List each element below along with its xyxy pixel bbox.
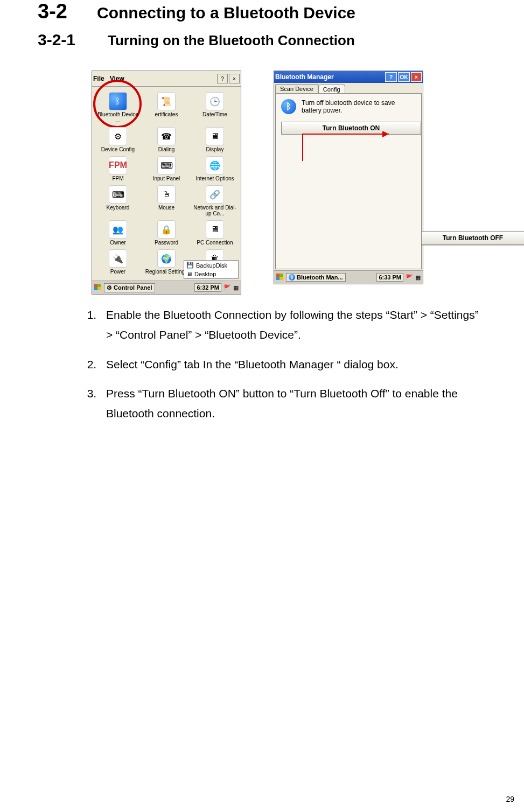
titlebar: Bluetooth Manager ? OK × <box>274 71 423 83</box>
item-device-config[interactable]: ⚙Device Config <box>95 127 141 153</box>
item-owner[interactable]: 👥Owner <box>95 220 141 246</box>
item-keyboard[interactable]: ⌨Keyboard <box>95 185 141 217</box>
control-panel-grid: ᛒBluetooth Device ... 📜ertificates 🕒Date… <box>92 87 241 281</box>
step-1: Enable the Bluetooth Connection by follo… <box>100 305 486 345</box>
taskbar-app-button[interactable]: ⚙Control Panel <box>104 283 155 292</box>
subsection-title: Turning on the Bluetooth Connection <box>108 32 355 49</box>
tab-strip: Scan Device Config <box>274 83 423 93</box>
dialing-icon: ☎ <box>157 127 176 145</box>
window-title: Bluetooth Manager <box>275 73 334 81</box>
password-icon: 🔒 <box>157 220 176 239</box>
device-config-icon: ⚙ <box>109 127 127 145</box>
taskbar: ᛒBluetooth Man... 6:33 PM 🚩 ▦ <box>274 270 423 284</box>
item-mouse[interactable]: 🖱Mouse <box>144 185 189 217</box>
tray-icon[interactable]: 🚩 <box>406 274 413 281</box>
item-regional[interactable]: 🌍Regional Settings <box>144 249 189 275</box>
tray-icon[interactable]: 🚩 <box>223 284 231 291</box>
power-icon: 🔌 <box>109 249 127 268</box>
popup-desktop[interactable]: 🖥Desktop <box>184 270 238 278</box>
sip-icon[interactable]: ▦ <box>415 274 421 281</box>
bluetooth-icon: ᛒ <box>289 274 295 281</box>
bluetooth-manager-window: Bluetooth Manager ? OK × Scan Device Con… <box>274 71 423 284</box>
item-display[interactable]: 🖥Display <box>192 127 237 153</box>
sip-icon[interactable]: ▦ <box>233 284 239 291</box>
bluetooth-icon: ᛒ <box>281 99 296 114</box>
datetime-icon: 🕒 <box>206 92 224 110</box>
item-password[interactable]: 🔒Password <box>144 220 189 246</box>
subsection-number: 3-2-1 <box>38 31 108 49</box>
fpm-icon: FPM <box>109 156 127 174</box>
item-bluetooth-device[interactable]: ᛒBluetooth Device ... <box>95 92 141 124</box>
desktop-icon: 🖥 <box>186 271 192 277</box>
section-heading: 3-2 Connecting to a Bluetooth Device <box>38 0 486 23</box>
turn-bluetooth-on-button[interactable]: Turn Bluetooth ON <box>281 122 421 135</box>
taskbar-app-button[interactable]: ᛒBluetooth Man... <box>286 273 346 282</box>
start-icon[interactable] <box>276 274 284 281</box>
menu-file[interactable]: File <box>93 75 104 82</box>
taskbar-clock[interactable]: 6:32 PM <box>194 283 221 292</box>
hint-text: Turn off bluetooth device to save batter… <box>302 99 416 114</box>
item-network[interactable]: 🔗Network and Dial-up Co... <box>192 185 237 217</box>
start-icon[interactable] <box>94 284 102 291</box>
regional-icon: 🌍 <box>157 249 176 268</box>
ok-button[interactable]: OK <box>398 72 410 82</box>
tab-config[interactable]: Config <box>318 85 345 94</box>
disk-icon: 💾 <box>186 262 194 269</box>
pc-connection-icon: 🖥 <box>206 220 224 239</box>
item-input-panel[interactable]: ⌨Input Panel <box>144 156 189 182</box>
item-pc-connection[interactable]: 🖥PC Connection <box>192 220 237 246</box>
item-datetime[interactable]: 🕒Date/Time <box>192 92 237 124</box>
bluetooth-icon: ᛒ <box>109 92 127 110</box>
menu-view[interactable]: View <box>110 75 124 82</box>
step-2: Select “Config” tab In the “Bluetooth Ma… <box>100 355 486 375</box>
menu-bar: File View ? × <box>92 71 241 87</box>
section-title: Connecting to a Bluetooth Device <box>97 4 355 22</box>
certificates-icon: 📜 <box>157 92 176 110</box>
turn-bluetooth-off-button[interactable]: Turn Bluetooth OFF <box>421 231 524 245</box>
mouse-icon: 🖱 <box>157 185 176 204</box>
steps-list: Enable the Bluetooth Connection by follo… <box>100 305 486 424</box>
control-panel-window: File View ? × ᛒBluetooth Device ... 📜ert… <box>92 71 241 295</box>
item-power[interactable]: 🔌Power <box>95 249 141 275</box>
help-button[interactable]: ? <box>385 72 397 82</box>
owner-icon: 👥 <box>109 220 127 239</box>
item-certificates[interactable]: 📜ertificates <box>144 92 189 124</box>
step-3: Press “Turn Bluetooth ON” button to “Tur… <box>100 384 486 424</box>
close-button[interactable]: × <box>411 72 422 82</box>
network-icon: 🔗 <box>206 185 224 204</box>
tab-content: ᛒ Turn off bluetooth device to save batt… <box>275 93 422 269</box>
storage-popup: 💾BackupDisk 🖥Desktop <box>184 260 239 279</box>
tab-scan-device[interactable]: Scan Device <box>275 84 318 93</box>
gear-icon: ⚙ <box>107 284 112 291</box>
help-icon[interactable]: ? <box>217 74 228 83</box>
keyboard-icon: ⌨ <box>109 185 127 204</box>
item-internet-options[interactable]: 🌐Internet Options <box>192 156 237 182</box>
callout-arrow <box>297 131 394 164</box>
item-fpm[interactable]: FPMFPM <box>95 156 141 182</box>
display-icon: 🖥 <box>206 127 224 145</box>
internet-icon: 🌐 <box>206 156 224 174</box>
item-dialing[interactable]: ☎Dialing <box>144 127 189 153</box>
popup-backupdisk[interactable]: 💾BackupDisk <box>184 261 238 270</box>
input-panel-icon: ⌨ <box>157 156 176 174</box>
section-number: 3-2 <box>38 0 97 23</box>
subsection-heading: 3-2-1 Turning on the Bluetooth Connectio… <box>38 31 486 49</box>
taskbar-clock[interactable]: 6:33 PM <box>376 273 403 282</box>
close-icon[interactable]: × <box>229 74 240 83</box>
page-number: 29 <box>506 795 514 803</box>
taskbar: ⚙Control Panel 6:32 PM 🚩 ▦ <box>92 281 241 294</box>
